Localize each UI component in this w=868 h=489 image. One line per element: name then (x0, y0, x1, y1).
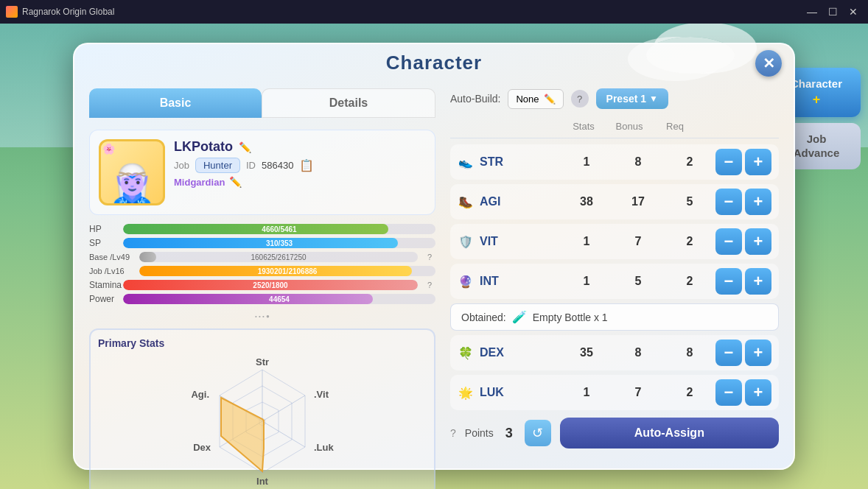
str-minus-button[interactable]: − (715, 149, 742, 175)
int-plus-button[interactable]: + (745, 268, 771, 295)
int-bonus: 5 (612, 275, 664, 288)
svg-text:Agi.: Agi. (191, 389, 209, 400)
titlebar-title: Ragnarok Origin Global (22, 7, 114, 17)
stat-row-dex: 🍀 DEX 35 8 8 − + (450, 335, 779, 370)
vit-bonus: 7 (612, 235, 664, 248)
agi-minus-button[interactable]: − (715, 189, 742, 215)
character-name: LKPotato (174, 139, 233, 155)
points-label: Points (465, 427, 494, 439)
stat-row-str: 👟 STR 1 8 2 − + (450, 144, 779, 180)
sp-bar: 310/353 (123, 238, 398, 248)
scroll-dots: • • • ● (89, 308, 435, 321)
sp-row: SP 310/353 (89, 238, 435, 248)
character-name-row: LKPotato ✏️ (174, 139, 426, 155)
bottom-row: ? Points 3 ↺ Auto-Assign (450, 418, 779, 448)
job-badge: Hunter (195, 158, 240, 173)
character-card: 🧝 LKPotato ✏️ Job Hunter ID 586430 📋 (89, 130, 435, 215)
svg-line-6 (262, 421, 305, 447)
luk-icon: 🌟 (458, 384, 474, 401)
right-panel: Auto-Build: None ✏️ ? Preset 1 ▼ Stats B… (450, 88, 779, 454)
vit-stats: 1 (561, 235, 612, 248)
modal-title: Character (386, 52, 482, 74)
obtained-label: Obtained: (461, 312, 506, 323)
base-value: 160625/2617250 (251, 253, 306, 261)
base-bar-container: 160625/2617250 (139, 252, 418, 262)
svg-text:.Luk: .Luk (314, 442, 334, 453)
dex-icon-name: 🍀 DEX (458, 345, 561, 361)
dex-plus-button[interactable]: + (745, 340, 771, 366)
auto-build-label: Auto-Build: (450, 93, 500, 105)
hp-label: HP (89, 224, 117, 234)
str-icon-name: 👟 STR (458, 154, 561, 170)
auto-assign-button[interactable]: Auto-Assign (560, 418, 779, 448)
avatar-inner: 🧝 (101, 141, 163, 203)
int-minus-button[interactable]: − (715, 268, 742, 295)
svg-text:Int: Int (256, 476, 269, 487)
stats-header-row: Stats Bonus Req (450, 121, 779, 138)
auto-build-help[interactable]: ? (571, 90, 589, 108)
id-copy-icon[interactable]: 📋 (299, 158, 314, 172)
primary-stats-section: Primary Stats (89, 328, 435, 489)
sp-label: SP (89, 238, 117, 248)
luk-name: LUK (480, 386, 504, 399)
stamina-help[interactable]: ? (424, 281, 435, 289)
chevron-down-icon: ▼ (649, 94, 658, 104)
power-bar: 44654 (123, 294, 373, 304)
job-value: 1930201/2106886 (258, 267, 318, 275)
agi-icon-name: 🥾 AGI (458, 194, 561, 210)
tab-basic[interactable]: Basic (89, 88, 262, 118)
power-row: Power 44654 (89, 294, 435, 304)
stamina-value: 2520/1800 (253, 281, 287, 289)
dex-stats: 35 (561, 346, 612, 359)
bottle-icon: 🧪 (512, 310, 527, 324)
agi-plus-button[interactable]: + (745, 189, 771, 215)
dex-minus-button[interactable]: − (715, 340, 742, 366)
auto-build-select[interactable]: None ✏️ (508, 89, 563, 109)
base-help[interactable]: ? (424, 253, 435, 261)
name-edit-icon[interactable]: ✏️ (239, 141, 251, 153)
svg-text:.Vit: .Vit (314, 389, 329, 400)
titlebar-controls: — ☐ ✕ (803, 3, 862, 21)
dex-req: 8 (664, 346, 715, 359)
str-bonus: 8 (612, 155, 664, 169)
title-edit-icon[interactable]: ✏️ (229, 176, 242, 188)
id-label: ID (246, 160, 256, 171)
vit-minus-button[interactable]: − (715, 228, 742, 255)
modal-close-button[interactable]: ✕ (755, 50, 782, 77)
window-close-button[interactable]: ✕ (844, 3, 862, 21)
titlebar-left: Ragnarok Origin Global (6, 6, 114, 18)
dex-section: Obtained: 🧪 Empty Bottle x 1 🍀 DEX 35 8 … (450, 303, 779, 370)
vit-plus-button[interactable]: + (745, 228, 771, 255)
tab-details[interactable]: Details (262, 88, 435, 118)
header-stats: Stats (561, 121, 606, 132)
job-label: Job (174, 160, 189, 171)
radar-svg: Str .Vit .Luk Int Dex Agi. (189, 355, 336, 488)
midgardian-badge: Midgardian ✏️ (174, 176, 426, 188)
stat-row-vit: 🛡️ VIT 1 7 2 − + (450, 224, 779, 259)
minimize-button[interactable]: — (803, 3, 821, 21)
luk-minus-button[interactable]: − (715, 379, 742, 406)
str-req: 2 (664, 155, 715, 169)
refresh-button[interactable]: ↺ (525, 420, 551, 446)
character-id: 586430 (262, 160, 293, 171)
character-title: Midgardian (174, 177, 225, 188)
str-plus-button[interactable]: + (745, 149, 771, 175)
radar-chart: Str .Vit .Luk Int Dex Agi. (189, 355, 336, 488)
hp-bar: 4660/5461 (123, 224, 388, 234)
int-name: INT (480, 275, 499, 288)
maximize-button[interactable]: ☐ (824, 3, 841, 21)
str-icon: 👟 (458, 154, 474, 170)
agi-bonus: 17 (612, 195, 664, 208)
left-panel: Basic Details 🧝 LKPotato ✏️ Job (89, 88, 435, 454)
job-bar-container: 1930201/2106886 (139, 266, 435, 276)
stat-row-int: 🔮 INT 1 5 2 − + (450, 264, 779, 299)
header-req: Req (652, 121, 698, 132)
preset-button[interactable]: Preset 1 ▼ (596, 88, 668, 109)
luk-plus-button[interactable]: + (745, 379, 771, 406)
luk-bonus: 7 (612, 386, 664, 399)
points-help-icon[interactable]: ? (450, 427, 456, 439)
modal-title-bar: Character ✕ (74, 44, 794, 81)
modal-overlay: Character ✕ Basic Details 🧝 LKPotato (0, 24, 868, 489)
base-bar (139, 252, 156, 262)
svg-line-5 (262, 395, 305, 421)
